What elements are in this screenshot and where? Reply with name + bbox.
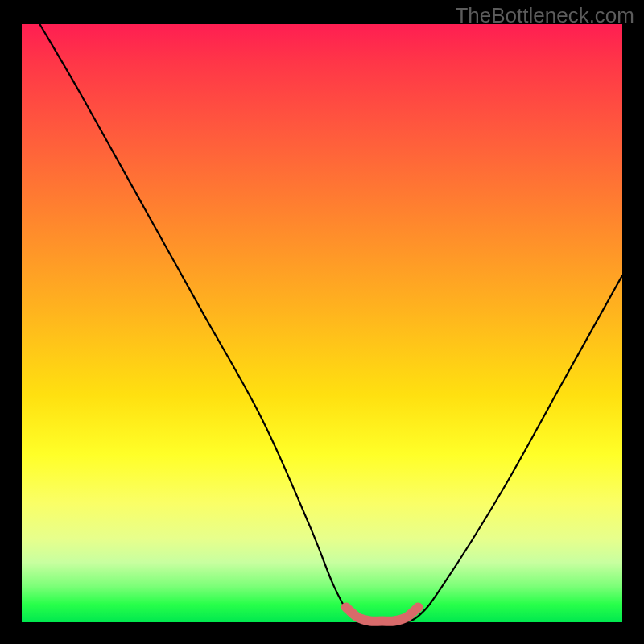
bottleneck-curve-path — [39, 24, 622, 623]
chart-frame: TheBottleneck.com — [0, 0, 644, 644]
optimal-range-path — [346, 607, 419, 621]
curve-layer — [22, 24, 622, 622]
plot-area — [22, 24, 622, 622]
